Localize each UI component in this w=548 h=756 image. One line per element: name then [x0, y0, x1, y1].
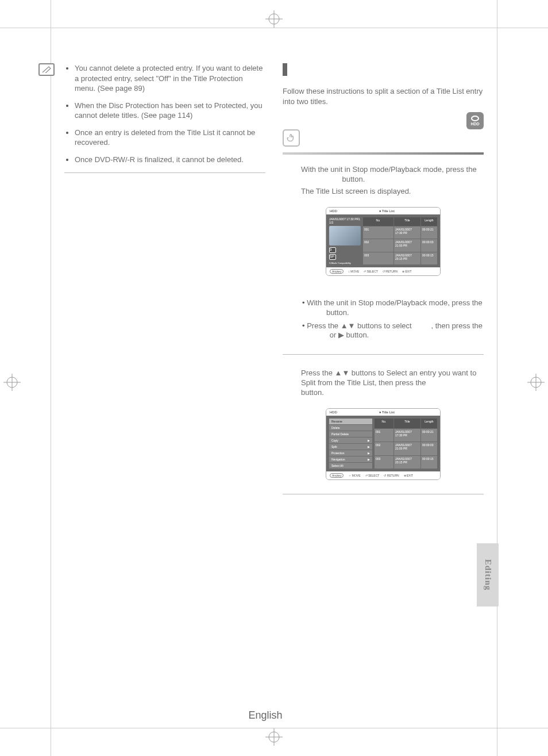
page-footer: English - 95: [0, 709, 548, 722]
menu-item: Protection▶: [329, 450, 372, 456]
using-menu-line: Using the MENU button.: [302, 286, 484, 295]
manual-page: You cannot delete a protected entry. If …: [0, 0, 548, 756]
crop-mark-icon: [265, 10, 283, 28]
ss-badge: SP: [329, 254, 336, 260]
menu-item: Split▶: [329, 444, 372, 450]
trim-line: [51, 0, 51, 756]
or-line: Press the ▲▼ buttons to select Title , t…: [302, 321, 484, 341]
section-heading: Splitting a Section of a Title (Split): [283, 63, 484, 76]
note-item: Once an entry is deleted from the Title …: [75, 128, 265, 148]
footer-page: - 95: [287, 712, 299, 720]
note-icon: [38, 63, 55, 76]
section-intro: Follow these instructions to split a sec…: [283, 86, 484, 106]
crop-mark-icon: [527, 374, 545, 391]
ss-badge: V-Mode Compatibility: [329, 262, 361, 264]
crop-mark-icon: [3, 374, 21, 391]
hdd-badge-icon: HDD: [466, 112, 484, 129]
divider: [64, 172, 265, 173]
divider: [283, 494, 484, 494]
left-column: You cannot delete a protected entry. If …: [64, 63, 265, 508]
gradient-divider: [283, 152, 484, 155]
side-tab-label: Editing: [483, 559, 493, 591]
crop-mark-icon: [265, 728, 283, 746]
menu-item: Delete: [329, 425, 372, 431]
note-item: You cannot delete a protected entry. If …: [75, 63, 265, 94]
menu-item: Navigation▶: [329, 456, 372, 462]
menu-item: Rename: [329, 419, 372, 424]
right-column: Splitting a Section of a Title (Split) F…: [283, 63, 484, 508]
menu-item: Select All: [329, 463, 372, 469]
note-list: You cannot delete a protected entry. If …: [64, 63, 265, 164]
heading-mark-icon: [283, 63, 287, 76]
step-number: 2: [283, 369, 290, 383]
or-line: With the unit in Stop mode/Playback mode…: [302, 298, 484, 318]
ss-info: JAN/01/2007 17:30 PR1 1/3: [329, 217, 361, 224]
trim-line: [0, 728, 548, 728]
anykey-menu-screenshot: HDD ♦ Title List Rename Delete Partial D…: [326, 408, 441, 480]
ss-badge-stack: 3 SP: [329, 247, 361, 260]
menu-item: Partial Delete: [329, 431, 372, 437]
ss-table: No. Title Length 001 JAN/01/2007 17:30 P…: [375, 419, 437, 469]
ss-heading: Title List: [382, 209, 395, 213]
section-title: Splitting a Section of a Title (Split): [291, 64, 439, 75]
hdd-label: HDD: [470, 122, 479, 126]
step-number: 1: [283, 165, 290, 180]
trim-line: [497, 0, 497, 756]
note-item: Once DVD-RW/-R is finalized, it cannot b…: [75, 155, 265, 165]
step-text: Press the ▲▼ buttons to Select an entry …: [301, 369, 484, 398]
ss-footer: Anykey ↕ MOVE ⏎ SELECT ↺ RETURN ⊕ EXIT: [326, 267, 440, 275]
step-1: 1 With the unit in Stop mode/Playback mo…: [301, 165, 484, 197]
ss-badge: 3: [329, 247, 336, 253]
ss-context-menu: Rename Delete Partial Delete Copy▶ Split…: [329, 419, 372, 469]
ss-device: HDD: [330, 410, 337, 414]
ss-table: No. Title Length 001 JAN/01/2007 17:30 P…: [363, 217, 437, 264]
step-text: With the unit in Stop mode/Playback mode…: [301, 165, 484, 185]
section-side-tab: Editing: [477, 543, 499, 607]
step-text: The Title List screen is displayed.: [301, 187, 484, 197]
menu-item: Copy▶: [329, 438, 372, 443]
ss-footer: Anykey ↔ MOVE ⏎ SELECT ↺ RETURN ⊕ EXIT: [326, 471, 440, 479]
ss-heading: Title List: [382, 410, 395, 414]
or-label: Or: [283, 286, 291, 295]
title-list-screenshot: HDD ♦ Title List JAN/01/2007 17:30 PR1 1…: [326, 207, 441, 276]
ss-device: HDD: [330, 209, 337, 213]
ss-thumbnail: [329, 226, 361, 245]
footer-language: English: [248, 709, 282, 721]
note-item: When the Disc Protection has been set to…: [75, 101, 265, 121]
press-button-icon: [283, 129, 300, 147]
trim-line: [0, 28, 548, 28]
or-block: Or Using the MENU button. With the unit …: [302, 286, 484, 341]
divider: [283, 354, 484, 355]
step-2: 2 Press the ▲▼ buttons to Select an entr…: [301, 369, 484, 398]
